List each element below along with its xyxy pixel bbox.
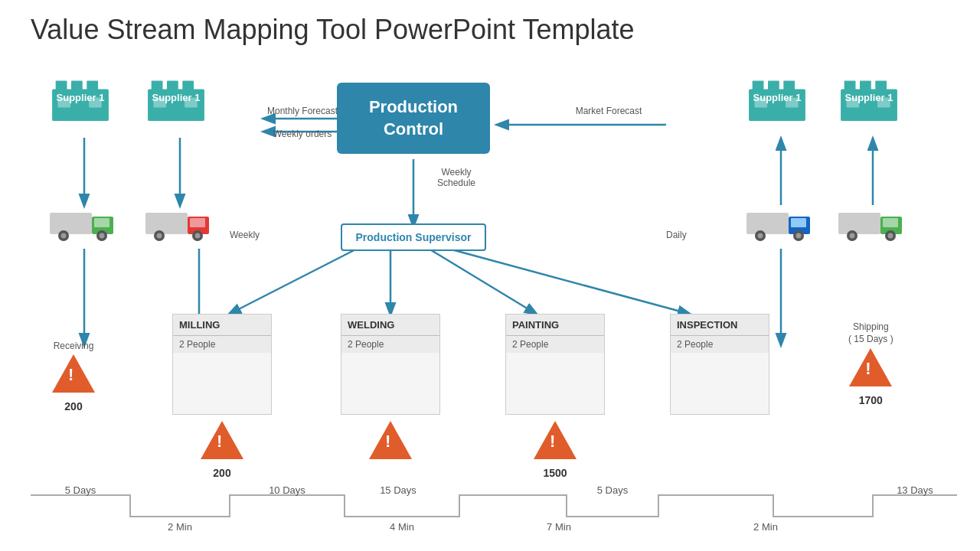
svg-rect-32 xyxy=(786,98,799,108)
daily-label: Daily xyxy=(666,230,687,240)
timeline-days-4: 13 Days xyxy=(897,486,933,496)
svg-rect-35 xyxy=(860,80,871,93)
weekly-orders-label: Weekly orders xyxy=(264,129,341,139)
supplier-right-2: Supplier 1 xyxy=(838,75,900,104)
welding-box: WELDING 2 People xyxy=(341,314,440,462)
timeline-days-0: 5 Days xyxy=(65,486,96,496)
monthly-forecast-label: Monthly Forecast xyxy=(264,106,341,116)
supplier-right-1: Supplier 1 xyxy=(746,75,808,104)
painting-body xyxy=(506,353,604,414)
painting-value: 1500 xyxy=(505,467,605,479)
svg-rect-38 xyxy=(877,98,890,108)
shipping-label: Shipping ( 15 Days ) xyxy=(848,321,893,345)
svg-point-52 xyxy=(195,233,201,239)
supplier-left-1: Supplier 1 xyxy=(50,75,111,104)
svg-rect-29 xyxy=(768,80,779,93)
svg-rect-17 xyxy=(71,80,83,93)
painting-people: 2 People xyxy=(506,336,604,353)
svg-rect-20 xyxy=(89,98,102,108)
inspection-header: INSPECTION xyxy=(671,315,769,336)
svg-rect-26 xyxy=(185,98,198,108)
svg-rect-55 xyxy=(791,218,806,227)
timeline-days-2: 15 Days xyxy=(380,486,416,496)
welding-body xyxy=(341,353,439,414)
svg-rect-62 xyxy=(883,218,898,227)
supplier-left-2: Supplier 1 xyxy=(145,75,207,104)
diagram: Supplier 1 Supplier 1 Supplier 1 xyxy=(0,69,980,551)
arrows-layer xyxy=(0,69,980,551)
svg-line-9 xyxy=(230,243,368,314)
timeline-mins-0: 2 Min xyxy=(168,521,192,533)
receiving-warning-icon xyxy=(52,354,95,393)
receiving-value: 200 xyxy=(52,400,95,412)
truck-right-2 xyxy=(838,205,907,250)
svg-rect-53 xyxy=(746,213,789,234)
market-forecast-label: Market Forecast xyxy=(559,106,658,116)
timeline-mins-1: 4 Min xyxy=(390,521,414,533)
svg-rect-25 xyxy=(153,98,166,108)
milling-people: 2 People xyxy=(173,336,271,353)
painting-warning-icon xyxy=(534,421,577,459)
production-supervisor-box: Production Supervisor xyxy=(341,223,486,251)
svg-rect-48 xyxy=(190,218,205,227)
inspection-body xyxy=(671,353,769,414)
welding-header: WELDING xyxy=(341,315,439,336)
svg-rect-31 xyxy=(754,98,767,108)
welding-warning-icon xyxy=(369,421,412,459)
page-title: Value Stream Mapping Tool PowerPoint Tem… xyxy=(0,0,980,46)
shipping-area: Shipping ( 15 Days ) 1700 xyxy=(848,321,893,406)
svg-rect-34 xyxy=(844,80,856,93)
svg-rect-60 xyxy=(838,213,880,234)
svg-point-59 xyxy=(796,233,802,239)
receiving-area: Receiving 200 xyxy=(52,341,95,412)
timeline: 5 Days 10 Days 15 Days 5 Days 13 Days 2 … xyxy=(31,486,957,540)
inspection-people: 2 People xyxy=(671,336,769,353)
svg-rect-24 xyxy=(182,80,194,93)
milling-value: 200 xyxy=(172,467,272,479)
svg-rect-39 xyxy=(50,213,92,234)
milling-body xyxy=(173,353,271,414)
svg-rect-28 xyxy=(753,80,764,93)
milling-box: MILLING 2 People 200 xyxy=(172,314,272,479)
svg-point-64 xyxy=(850,233,855,239)
timeline-days-3: 5 Days xyxy=(597,486,629,496)
svg-point-45 xyxy=(100,233,105,239)
svg-rect-41 xyxy=(94,218,109,227)
timeline-mins-3: 2 Min xyxy=(753,521,778,533)
welding-warning-area xyxy=(341,421,440,462)
svg-rect-16 xyxy=(56,80,67,93)
svg-line-12 xyxy=(440,246,689,314)
inspection-box: INSPECTION 2 People xyxy=(670,314,769,415)
svg-rect-36 xyxy=(875,80,887,93)
svg-point-57 xyxy=(758,233,763,239)
truck-left-1 xyxy=(50,205,119,250)
svg-rect-19 xyxy=(57,98,70,108)
svg-rect-30 xyxy=(783,80,795,93)
milling-header: MILLING xyxy=(173,315,271,336)
welding-people: 2 People xyxy=(341,336,439,353)
svg-line-11 xyxy=(429,249,536,314)
painting-warning-area: 1500 xyxy=(505,421,605,479)
svg-rect-22 xyxy=(152,80,163,93)
svg-rect-18 xyxy=(87,80,98,93)
svg-rect-23 xyxy=(167,80,178,93)
shipping-warning-icon xyxy=(849,348,892,386)
timeline-mins-2: 7 Min xyxy=(547,521,571,533)
production-control-box: Production Control xyxy=(337,83,490,154)
receiving-label: Receiving xyxy=(52,341,95,351)
shipping-value: 1700 xyxy=(848,394,893,406)
weekly-label: Weekly xyxy=(230,230,260,240)
svg-rect-46 xyxy=(145,213,188,234)
painting-box: PAINTING 2 People 1500 xyxy=(505,314,605,479)
svg-point-43 xyxy=(61,233,67,239)
truck-left-2 xyxy=(145,205,214,250)
milling-warning-area: 200 xyxy=(172,421,272,479)
timeline-days-1: 10 Days xyxy=(269,486,305,496)
svg-point-66 xyxy=(888,233,893,239)
truck-right-1 xyxy=(746,205,815,250)
weekly-schedule-label: Weekly Schedule xyxy=(426,167,487,188)
milling-warning-icon xyxy=(201,421,243,459)
svg-point-50 xyxy=(157,233,162,239)
svg-rect-37 xyxy=(846,98,859,108)
painting-header: PAINTING xyxy=(506,315,604,336)
